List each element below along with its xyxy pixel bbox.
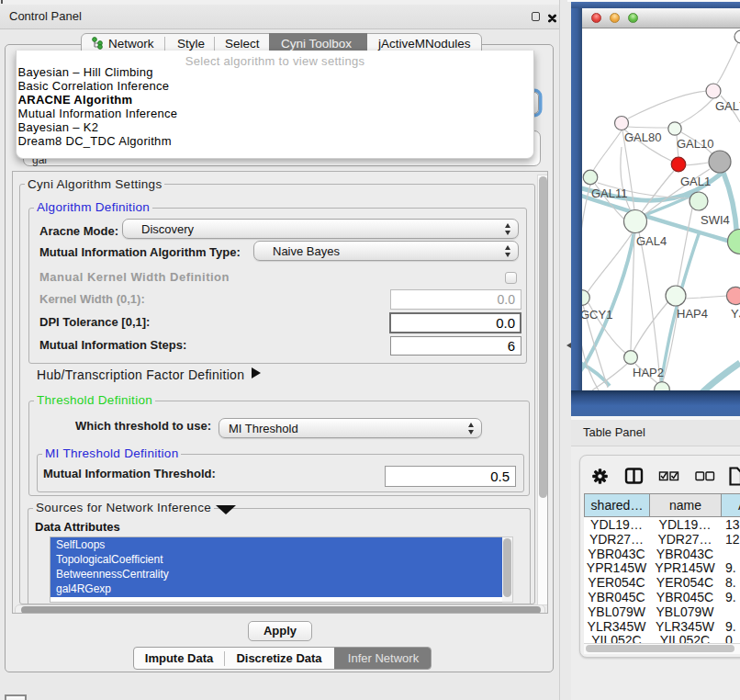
svg-text:YJ: YJ <box>731 307 740 321</box>
svg-text:HAP2: HAP2 <box>633 366 664 379</box>
svg-text:HAP4: HAP4 <box>677 307 708 321</box>
svg-text:GAL80: GAL80 <box>624 130 661 144</box>
svg-text:GAL10: GAL10 <box>677 137 713 151</box>
svg-text:GAL1: GAL1 <box>680 175 711 188</box>
svg-text:GAL11: GAL11 <box>591 186 628 200</box>
svg-text:GAL4: GAL4 <box>636 234 667 248</box>
svg-text:GCY1: GCY1 <box>582 308 612 322</box>
svg-text:GAL7: GAL7 <box>715 99 740 113</box>
svg-text:SWI4: SWI4 <box>701 213 730 227</box>
